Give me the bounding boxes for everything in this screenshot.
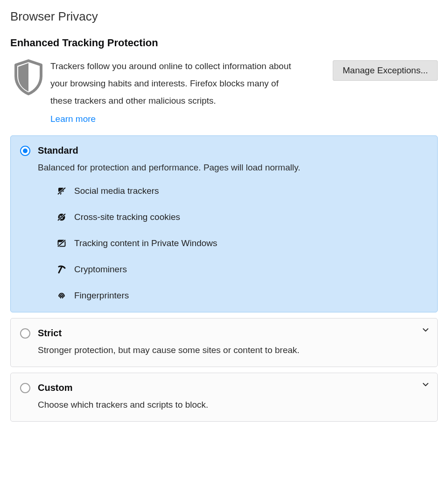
option-strict[interactable]: Strict Stronger protection, but may caus… (10, 318, 438, 367)
radio-strict[interactable] (20, 328, 30, 339)
standard-item-label: Fingerprinters (74, 290, 129, 301)
option-custom-desc: Choose which trackers and scripts to blo… (38, 400, 428, 410)
intro-text: Trackers follow you around online to col… (50, 57, 302, 109)
learn-more-link[interactable]: Learn more (50, 114, 96, 124)
chevron-down-icon (422, 382, 429, 388)
option-custom[interactable]: Custom Choose which trackers and scripts… (10, 373, 438, 422)
standard-item: Cross-site tracking cookies (56, 212, 428, 222)
svg-line-12 (59, 267, 62, 273)
pickaxe-icon (56, 265, 67, 274)
option-standard-title: Standard (38, 145, 78, 156)
option-standard[interactable]: Standard Balanced for protection and per… (10, 135, 438, 312)
radio-standard[interactable] (20, 146, 30, 156)
thumbs-down-slash-icon (56, 186, 67, 196)
section-title: Enhanced Tracking Protection (10, 37, 438, 49)
standard-item-label: Cryptominers (74, 264, 127, 275)
chevron-down-icon (422, 327, 429, 333)
radio-custom[interactable] (20, 383, 30, 393)
standard-item-label: Tracking content in Private Windows (74, 238, 217, 248)
shield-icon (13, 59, 44, 96)
option-custom-title: Custom (38, 382, 72, 393)
standard-item: Social media trackers (56, 186, 428, 196)
standard-item: Cryptominers (56, 264, 428, 275)
fingerprint-icon (56, 291, 67, 300)
cookie-slash-icon (56, 212, 67, 222)
standard-item: Fingerprinters (56, 290, 428, 301)
standard-item-label: Social media trackers (74, 186, 159, 196)
standard-item-label: Cross-site tracking cookies (74, 212, 180, 222)
option-standard-desc: Balanced for protection and performance.… (38, 163, 428, 173)
page-title: Browser Privacy (10, 9, 438, 24)
standard-item: Tracking content in Private Windows (56, 238, 428, 248)
manage-exceptions-button[interactable]: Manage Exceptions... (333, 60, 438, 81)
svg-point-3 (60, 216, 61, 217)
option-strict-desc: Stronger protection, but may cause some … (38, 345, 428, 355)
window-slash-icon (56, 239, 67, 248)
option-strict-title: Strict (38, 328, 62, 339)
